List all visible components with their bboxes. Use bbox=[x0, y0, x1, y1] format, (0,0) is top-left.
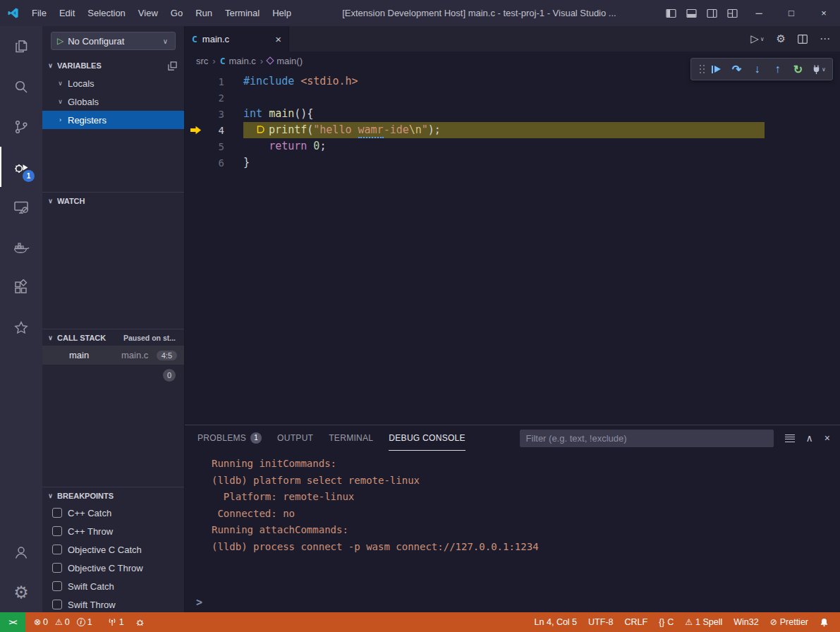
output-options-icon[interactable] bbox=[785, 435, 795, 442]
activity-extensions[interactable] bbox=[0, 267, 42, 308]
maximize-button[interactable]: □ bbox=[775, 0, 808, 26]
problems-status[interactable]: ⊗0 ⚠0 i1 bbox=[28, 612, 102, 632]
menu-file[interactable]: File bbox=[25, 0, 53, 26]
menu-go[interactable]: Go bbox=[164, 0, 189, 26]
step-over-button[interactable]: ↷ bbox=[726, 59, 747, 79]
activity-star[interactable] bbox=[0, 308, 42, 348]
menu-run[interactable]: Run bbox=[189, 0, 219, 26]
breakpoint-row[interactable]: Objective C Catch bbox=[42, 540, 184, 559]
breakpoint-checkbox[interactable] bbox=[52, 600, 62, 609]
settings-button[interactable]: ⚙ bbox=[0, 572, 42, 612]
code-line-content[interactable]: printf("hello wamr-ide\n"); bbox=[243, 122, 765, 138]
collapse-all-icon[interactable] bbox=[168, 61, 177, 71]
code-editor[interactable]: 1#include <stdio.h>23int main(){4 printf… bbox=[185, 70, 840, 425]
split-editor-button[interactable] bbox=[798, 35, 808, 44]
panel-tab-problems[interactable]: PROBLEMS1 bbox=[197, 425, 262, 451]
eol-indicator[interactable]: CRLF bbox=[619, 612, 654, 632]
breakpoint-row[interactable]: C++ Throw bbox=[42, 522, 184, 540]
activity-explorer[interactable] bbox=[0, 26, 42, 66]
platform-indicator[interactable]: Win32 bbox=[728, 612, 764, 632]
breakpoint-label: Objective C Throw bbox=[68, 563, 143, 573]
variables-item-globals[interactable]: ∨Globals bbox=[42, 92, 184, 111]
breakpoint-row[interactable]: C++ Catch bbox=[42, 504, 184, 522]
maximize-panel-icon[interactable]: ∧ bbox=[806, 432, 813, 444]
editor-tab-bar: C main.c × ▷ ∨ ⚙ ⋯ bbox=[185, 26, 840, 51]
breadcrumb-src[interactable]: src bbox=[196, 56, 208, 66]
tab-main-c[interactable]: C main.c × bbox=[185, 26, 289, 51]
ports-status[interactable]: 1 bbox=[102, 612, 130, 632]
activity-search[interactable] bbox=[0, 66, 42, 107]
step-out-icon: ↑ bbox=[775, 63, 781, 75]
debug-config-label: No Configurat bbox=[68, 36, 124, 47]
code-line-content[interactable]: #include <stdio.h> bbox=[243, 73, 358, 90]
language-mode[interactable]: {}C bbox=[653, 612, 679, 632]
console-filter-input[interactable] bbox=[520, 430, 774, 447]
call-stack-section-header[interactable]: ∨ CALL STACK Paused on st... bbox=[42, 329, 184, 346]
console-prompt[interactable]: > bbox=[196, 596, 202, 609]
code-line-content[interactable]: int main(){ bbox=[243, 106, 313, 122]
accounts-button[interactable] bbox=[0, 532, 42, 572]
breakpoints-section-header[interactable]: ∨ BREAKPOINTS bbox=[42, 487, 184, 504]
activity-source-control[interactable] bbox=[0, 107, 42, 147]
more-actions-button[interactable]: ⋯ bbox=[820, 32, 830, 45]
breadcrumb-file[interactable]: C main.c bbox=[220, 56, 256, 66]
debug-config-dropdown[interactable]: ▷ No Configurat ∨ bbox=[51, 32, 176, 50]
breakpoint-row[interactable]: Swift Catch bbox=[42, 577, 184, 595]
settings-gear-button[interactable]: ⚙ bbox=[777, 32, 786, 45]
debug-status[interactable] bbox=[130, 612, 150, 632]
menu-edit[interactable]: Edit bbox=[53, 0, 81, 26]
minimize-button[interactable]: ─ bbox=[743, 0, 775, 26]
variables-item-registers[interactable]: ›Registers bbox=[42, 111, 184, 129]
continue-button[interactable] bbox=[706, 59, 726, 79]
breakpoint-checkbox[interactable] bbox=[52, 581, 62, 591]
close-icon[interactable]: × bbox=[275, 33, 281, 45]
disconnect-button[interactable]: ∨ bbox=[808, 59, 829, 79]
breakpoint-checkbox[interactable] bbox=[52, 563, 62, 573]
close-panel-icon[interactable]: × bbox=[824, 432, 830, 444]
breadcrumb-symbol[interactable]: main() bbox=[267, 56, 303, 66]
code-line-content[interactable]: } bbox=[243, 154, 250, 171]
run-file-button[interactable]: ▷ ∨ bbox=[750, 32, 764, 45]
cursor-position[interactable]: Ln 4, Col 5 bbox=[529, 612, 583, 632]
toggle-sidebar-icon[interactable] bbox=[661, 0, 681, 26]
call-stack-frame[interactable]: main main.c 4:5 bbox=[42, 346, 184, 365]
customize-layout-icon[interactable] bbox=[722, 0, 743, 26]
close-window-button[interactable]: × bbox=[808, 0, 840, 26]
restart-button[interactable]: ↻ bbox=[788, 59, 808, 79]
activity-remote-explorer[interactable] bbox=[0, 187, 42, 227]
inline-breakpoint-icon[interactable] bbox=[257, 123, 266, 139]
remote-indicator[interactable]: >< bbox=[0, 612, 25, 632]
toggle-secondary-sidebar-icon[interactable] bbox=[702, 0, 722, 26]
menu-terminal[interactable]: Terminal bbox=[219, 0, 266, 26]
menu-selection[interactable]: Selection bbox=[81, 0, 131, 26]
breakpoint-row[interactable]: Swift Throw bbox=[42, 595, 184, 612]
step-into-button[interactable]: ↓ bbox=[747, 59, 767, 79]
docker-icon bbox=[13, 239, 30, 256]
variables-item-locals[interactable]: ∨Locals bbox=[42, 74, 184, 92]
code-line-content[interactable]: return 0; bbox=[243, 138, 326, 154]
breakpoint-checkbox[interactable] bbox=[52, 526, 62, 536]
menu-view[interactable]: View bbox=[132, 0, 164, 26]
drag-handle[interactable] bbox=[695, 59, 706, 80]
panel-tab-output[interactable]: OUTPUT bbox=[277, 425, 313, 451]
step-out-button[interactable]: ↑ bbox=[767, 59, 788, 79]
breakpoint-checkbox[interactable] bbox=[52, 508, 62, 518]
start-debugging-icon[interactable]: ▷ bbox=[57, 36, 63, 46]
toggle-panel-icon[interactable] bbox=[681, 0, 702, 26]
panel-tab-debug-console[interactable]: DEBUG CONSOLE bbox=[389, 425, 465, 451]
c-file-icon: C bbox=[220, 56, 226, 66]
activity-docker[interactable] bbox=[0, 227, 42, 267]
breakpoint-checkbox[interactable] bbox=[52, 545, 62, 554]
breakpoint-row[interactable]: Objective C Throw bbox=[42, 559, 184, 577]
menu-help[interactable]: Help bbox=[266, 0, 298, 26]
debug-console-output[interactable]: Running initCommands:(lldb) platform sel… bbox=[185, 451, 840, 612]
encoding-indicator[interactable]: UTF-8 bbox=[583, 612, 619, 632]
variables-section-header[interactable]: ∨ VARIABLES bbox=[42, 57, 184, 74]
formatter-status[interactable]: ⊘Prettier bbox=[765, 612, 814, 632]
notifications-bell[interactable] bbox=[814, 612, 834, 632]
activity-run-debug[interactable]: 1 bbox=[0, 147, 42, 187]
panel-tab-terminal[interactable]: TERMINAL bbox=[329, 425, 373, 451]
spell-checker-status[interactable]: ⚠1 Spell bbox=[679, 612, 728, 632]
breakpoint-gutter[interactable] bbox=[185, 126, 206, 135]
watch-section-header[interactable]: ∨ WATCH bbox=[42, 192, 184, 209]
